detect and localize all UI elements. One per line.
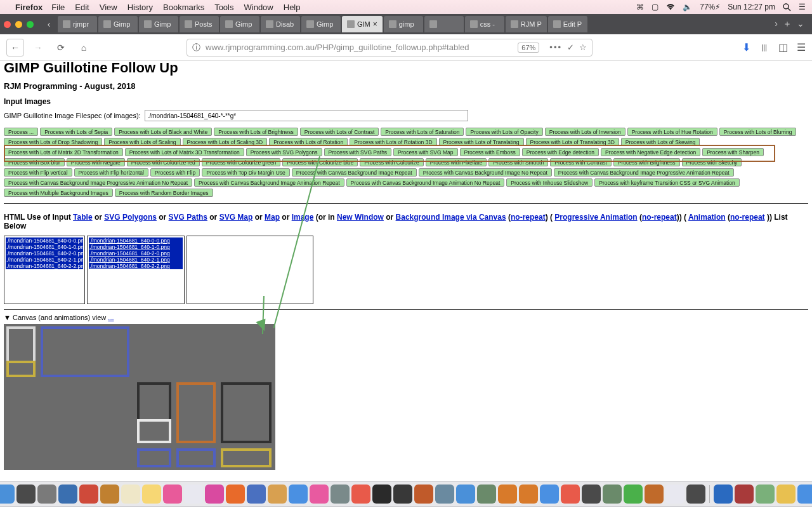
process-button[interactable]: Process with Colourize green — [202, 158, 281, 166]
link-progressive-animation[interactable]: Progressive Animation — [554, 213, 637, 222]
process-button[interactable]: Process with Lots of Skewing — [621, 138, 700, 146]
process-button[interactable]: Process with Canvas Background Image Rep… — [292, 168, 417, 177]
process-button[interactable]: Process with Canvas Background Image Ani… — [194, 178, 344, 187]
dock-app-icon[interactable] — [435, 485, 454, 504]
menu-window[interactable]: Window — [244, 3, 273, 12]
wifi-icon[interactable] — [666, 4, 675, 11]
link-bg-canvas[interactable]: Background Image via Canvas — [396, 213, 506, 222]
link-table[interactable]: Table — [73, 213, 92, 222]
bookmark-star-icon[interactable]: ☆ — [579, 43, 587, 52]
process-button[interactable]: Process with Multiple Background Images — [4, 189, 113, 197]
dock-app-icon[interactable] — [776, 485, 796, 504]
dock-app-icon[interactable] — [100, 485, 119, 504]
process-button[interactable]: Process with Flip vertical — [4, 168, 72, 177]
process-button[interactable]: Process with Lots of Blurring — [719, 128, 797, 136]
dock-app-icon[interactable] — [540, 485, 559, 504]
dock-app-icon[interactable] — [735, 485, 754, 504]
process-button[interactable]: Process with Canvas Background Image Ani… — [346, 178, 505, 187]
process-button[interactable]: Process with Lots of Rotation 3D — [350, 138, 436, 146]
back-button[interactable]: ← — [6, 39, 24, 57]
menu-edit[interactable]: Edit — [75, 3, 89, 12]
browser-tab[interactable]: Gimp — [220, 16, 259, 32]
process-button[interactable]: Process with Canvas Background Image Pro… — [554, 168, 734, 177]
process-button[interactable]: Process with Lots of Opacity — [466, 128, 542, 136]
file-link[interactable]: ./mondrian-1504681_640-2-2.png — [89, 263, 183, 269]
process-button[interactable]: Process with Lots of Matrix 2D Transform… — [4, 148, 123, 156]
process-button[interactable]: Process with Flip horizontal — [74, 168, 148, 177]
link-animation[interactable]: Animation — [688, 213, 726, 222]
dock-app-icon[interactable] — [0, 485, 15, 504]
dock-app-icon[interactable] — [414, 485, 433, 504]
dock-app-icon[interactable] — [582, 485, 601, 504]
dock-app-icon[interactable] — [310, 485, 329, 504]
process-button[interactable]: Process with Colourize red — [127, 158, 200, 166]
process-button[interactable]: Process with Lots of Brightness — [214, 128, 298, 136]
process-button[interactable]: Process with Lots of Contrast — [300, 128, 379, 136]
dock-app-icon[interactable] — [686, 485, 705, 504]
file-link[interactable]: ./mondrian-1504681_640-2-1.png — [89, 257, 183, 263]
process-button[interactable]: Process with Edge detection — [522, 148, 599, 156]
browser-tab[interactable]: RJM P — [506, 16, 547, 32]
dock-app-icon[interactable] — [393, 485, 412, 504]
process-button[interactable]: Process with Lots of Saturation — [381, 128, 464, 136]
downloads-icon[interactable]: ⬇ — [742, 41, 750, 53]
dock-app-icon[interactable] — [247, 485, 266, 504]
dock-app-icon[interactable] — [79, 485, 98, 504]
sidebar-icon[interactable]: ◫ — [778, 41, 788, 53]
link-svg-map[interactable]: SVG Map — [219, 213, 253, 222]
process-button[interactable]: Process with Inhouse Slideshow — [506, 178, 593, 187]
process-button[interactable]: Process with Lots of Hue Rotation — [627, 128, 717, 136]
browser-tab[interactable] — [424, 16, 464, 32]
dock-app-icon[interactable] — [477, 485, 496, 504]
dock-app-icon[interactable] — [645, 485, 664, 504]
process-button[interactable]: Process with Sketchy — [682, 158, 742, 166]
menu-file[interactable]: File — [51, 3, 65, 12]
tab-scroll-right[interactable]: › — [775, 18, 778, 30]
dock-app-icon[interactable] — [756, 485, 775, 504]
process-button[interactable]: Process with Lots of Translating — [439, 138, 524, 146]
process-button[interactable]: Process with SVG Map — [393, 148, 457, 156]
menu-help[interactable]: Help — [284, 3, 301, 12]
link-svg-paths[interactable]: SVG Paths — [169, 213, 207, 222]
forward-button[interactable]: → — [29, 39, 47, 57]
reload-button[interactable]: ⟳ — [52, 39, 70, 57]
filespec-input[interactable] — [145, 110, 468, 121]
dock-app-icon[interactable] — [289, 485, 308, 504]
menu-extras-icon[interactable]: ☰ — [799, 3, 806, 11]
process-button[interactable]: Process with Smooth — [488, 158, 548, 166]
browser-tab[interactable]: rjmpr — [58, 16, 97, 32]
browser-tab[interactable]: Gimp — [139, 16, 178, 32]
home-button[interactable]: ⌂ — [75, 39, 93, 57]
process-button[interactable]: Process with Pixellate — [426, 158, 487, 166]
process-button[interactable]: Process with Lots of Scaling 3D — [183, 138, 268, 146]
link-svg-polygons[interactable]: SVG Polygons — [104, 213, 157, 222]
browser-tab[interactable]: Gimp — [98, 16, 138, 32]
clock[interactable]: Sun 12:27 pm — [728, 3, 775, 11]
canvas-details-summary[interactable]: ▼ Canvas (and animations) view ... — [4, 314, 808, 321]
tab-scroll-left[interactable]: ‹ — [41, 17, 56, 32]
link-new-window[interactable]: New Window — [337, 213, 384, 222]
new-tab-button[interactable]: ＋ — [783, 18, 792, 30]
dock-app-icon[interactable] — [797, 485, 812, 504]
file-link[interactable]: ./mondrian-1504681_640-0-0.png — [89, 237, 183, 244]
dock-app-icon[interactable] — [456, 485, 475, 504]
process-button[interactable]: Process with Top Div Margin Use — [202, 168, 290, 177]
process-button[interactable]: Process with Brightness — [613, 158, 680, 166]
process-button[interactable]: Process with Colourize blue — [282, 158, 358, 166]
battery-status[interactable]: 77% ⚡︎ — [700, 3, 720, 11]
process-button[interactable]: Process with Lots of Drop Shadowing — [4, 138, 102, 146]
process-button[interactable]: Process with Box blur — [4, 158, 65, 166]
close-tab-icon[interactable]: × — [373, 20, 377, 29]
menu-view[interactable]: View — [100, 3, 117, 12]
process-button[interactable]: Process with Colourize — [360, 158, 423, 166]
process-button[interactable]: Process with Lots of Sepia — [40, 128, 112, 136]
dock-app-icon[interactable] — [205, 485, 224, 504]
process-button[interactable]: Process with Contrast — [550, 158, 612, 166]
process-button[interactable]: Process with Lots of Matrix 3D Transform… — [125, 148, 244, 156]
dock-app-icon[interactable] — [163, 485, 182, 504]
volume-icon[interactable]: 🔈 — [683, 3, 692, 11]
all-tabs-button[interactable]: ⌄ — [797, 18, 804, 30]
dock-app-icon[interactable] — [142, 485, 161, 504]
browser-tab[interactable]: GIM× — [342, 16, 383, 32]
library-icon[interactable]: ⫼ — [759, 42, 769, 53]
